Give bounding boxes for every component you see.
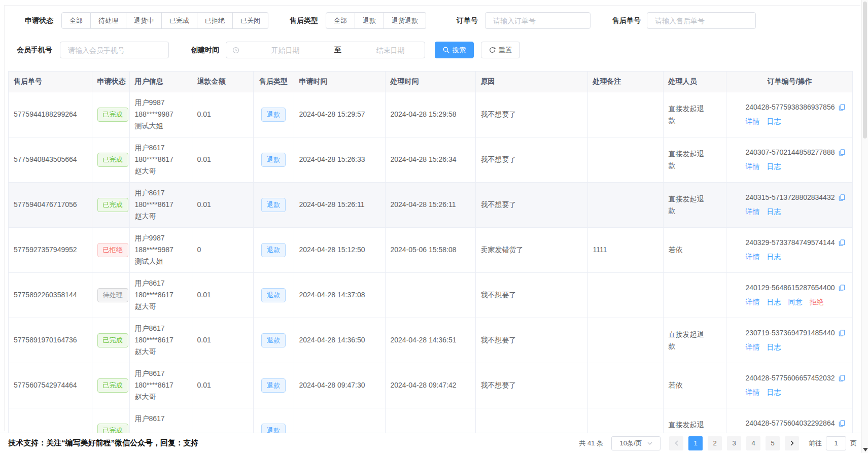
copy-icon[interactable]	[838, 329, 846, 337]
vertical-scrollbar[interactable]	[861, 0, 868, 453]
after-sale-type-option[interactable]: 退货退款	[384, 12, 426, 29]
order-no: 240129-5648615287654400	[746, 282, 835, 294]
action-link[interactable]: 日志	[767, 341, 781, 353]
apply-status-option[interactable]: 已拒绝	[197, 12, 233, 29]
action-link[interactable]: 详情	[746, 116, 760, 127]
after-sale-type-option[interactable]: 全部	[326, 12, 355, 29]
copy-icon[interactable]	[838, 149, 846, 156]
reason-cell: 我不想要了	[475, 272, 587, 318]
order-no: 230719-5373694791485440	[746, 327, 835, 339]
type-tag: 退款	[261, 108, 286, 122]
copy-icon[interactable]	[838, 420, 846, 427]
page-button[interactable]: 5	[766, 436, 780, 450]
apply-status-option[interactable]: 待处理	[91, 12, 126, 29]
handle-time-cell: 2024-04-28 15:26:11	[385, 182, 475, 227]
table-row: 5775940476717056已完成用户8617180****8617赵大哥0…	[9, 182, 853, 227]
reason-cell: 我不想要了	[475, 137, 587, 182]
action-link[interactable]: 日志	[767, 161, 781, 172]
page-button[interactable]: 4	[746, 436, 760, 450]
goto-page-input[interactable]	[826, 436, 846, 450]
copy-icon[interactable]	[838, 374, 846, 382]
support-text: 技术支持：关注“编写美好前程”微信公众号，回复：支持	[8, 438, 198, 448]
page-button[interactable]: 3	[727, 436, 741, 450]
create-time-range[interactable]: 至	[226, 42, 425, 58]
action-link[interactable]: 日志	[767, 206, 781, 218]
user-info-line: 用户8617	[135, 142, 187, 154]
type-cell: 退款	[253, 272, 294, 318]
copy-icon[interactable]	[838, 239, 846, 247]
copy-icon[interactable]	[838, 284, 846, 292]
data-table: 售后单号申请状态用户信息退款金额售后类型申请时间处理时间原因处理备注处理人员订单…	[9, 72, 853, 433]
action-link[interactable]: 详情	[746, 251, 760, 263]
status-tag: 已完成	[97, 153, 128, 167]
page-size-select[interactable]: 10条/页	[611, 436, 661, 450]
search-button[interactable]: 搜索	[435, 42, 474, 58]
prev-page-button[interactable]	[669, 436, 683, 450]
action-link[interactable]: 详情	[746, 206, 760, 218]
action-link[interactable]: 同意	[788, 296, 803, 308]
order-no: 240307-5702144858277888	[746, 147, 835, 158]
service-no-input[interactable]	[647, 12, 756, 29]
status-cell: 已完成	[92, 182, 129, 227]
reason-cell: 我不想要了	[475, 363, 587, 408]
start-date-input[interactable]	[239, 46, 331, 54]
handle-time-cell: 2024-04-28 09:47:42	[385, 363, 475, 408]
order-line: 240129-5648615287654400	[746, 282, 849, 294]
type-cell: 退款	[253, 227, 294, 272]
type-cell: 退款	[253, 182, 294, 227]
column-header: 处理备注	[587, 72, 663, 92]
action-link[interactable]: 拒绝	[810, 296, 824, 308]
handler-text: 直接发起退款	[669, 329, 708, 352]
status-cell: 已完成	[92, 318, 129, 363]
order-no-input[interactable]	[485, 12, 591, 29]
copy-icon[interactable]	[838, 194, 846, 201]
action-link[interactable]: 详情	[746, 341, 760, 353]
action-links: 详情日志	[746, 251, 849, 263]
action-link[interactable]: 详情	[746, 387, 760, 398]
copy-icon[interactable]	[838, 103, 846, 111]
order-line: 240428-5775938386937856	[746, 101, 849, 113]
next-page-button[interactable]	[785, 436, 799, 450]
handler-cell: 若依	[663, 227, 726, 272]
apply-status-option[interactable]: 已完成	[162, 12, 197, 29]
pagination: 共 41 条 10条/页 12345 前往 页	[579, 436, 857, 450]
page-button[interactable]: 2	[708, 436, 722, 450]
action-link[interactable]: 日志	[767, 251, 781, 263]
chevron-right-icon	[790, 440, 794, 446]
scrollbar-thumb[interactable]	[863, 2, 867, 138]
reason-cell: 我不想要了	[475, 92, 587, 137]
refund-amount-cell	[192, 408, 253, 433]
order-no: 240428-5775938386937856	[746, 101, 835, 113]
after-sale-type-option[interactable]: 退款	[355, 12, 384, 29]
handler-text: 直接发起退款	[669, 103, 708, 126]
apply-status-option[interactable]: 全部	[61, 12, 91, 29]
filter-row-1: 申请状态 全部待处理退货中已完成已拒绝已关闭 售后类型 全部退款退货退款 订单号…	[0, 12, 868, 29]
status-cell: 已完成	[92, 408, 129, 433]
action-link[interactable]: 日志	[767, 116, 781, 127]
order-line: 230719-5373694791485440	[746, 327, 849, 339]
order-line: 240315-5713728802834432	[746, 192, 849, 203]
status-cell: 已完成	[92, 363, 129, 408]
page-button[interactable]: 1	[688, 436, 703, 450]
handler-cell: 直接发起退款	[663, 318, 726, 363]
member-phone-input[interactable]	[60, 42, 169, 58]
goto-label: 前往	[809, 439, 822, 448]
apply-status-option[interactable]: 退货中	[126, 12, 162, 29]
action-link[interactable]: 详情	[746, 161, 760, 172]
end-date-input[interactable]	[344, 46, 436, 54]
refund-amount-cell: 0.01	[192, 92, 253, 137]
type-tag: 退款	[261, 288, 286, 302]
type-cell: 退款	[253, 408, 294, 433]
handle-time-cell	[385, 408, 475, 433]
table-row: 5775927357949952已拒绝用户9987188****9987测试大姐…	[9, 227, 853, 272]
action-link[interactable]: 日志	[767, 387, 781, 398]
remark-cell	[587, 272, 663, 318]
user-info-line: 188****9987	[135, 109, 187, 120]
refresh-icon	[489, 47, 496, 53]
reset-button[interactable]: 重置	[481, 42, 520, 58]
action-link[interactable]: 日志	[767, 296, 781, 308]
table-row: 5775607542974464已完成用户8617180****8617赵大哥0…	[9, 363, 853, 408]
user-info-line: 用户8617	[135, 413, 187, 425]
action-link[interactable]: 详情	[746, 296, 760, 308]
apply-status-option[interactable]: 已关闭	[233, 12, 268, 29]
